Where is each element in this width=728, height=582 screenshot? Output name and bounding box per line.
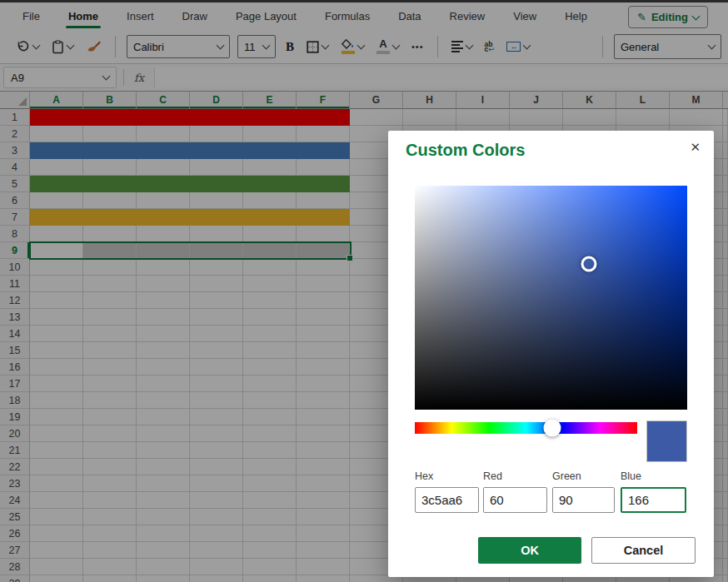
hex-input[interactable] — [415, 487, 479, 513]
blue-input[interactable] — [621, 487, 686, 513]
hue-slider-thumb[interactable] — [544, 420, 561, 437]
blue-label: Blue — [621, 470, 641, 482]
ok-button[interactable]: OK — [478, 537, 581, 564]
color-picker-pointer[interactable] — [581, 256, 597, 272]
custom-colors-dialog: Custom Colors ✕ Hex Red Green Blue OK Ca… — [388, 131, 714, 577]
close-button[interactable]: ✕ — [686, 137, 704, 157]
hex-label: Hex — [415, 470, 433, 482]
red-input[interactable] — [483, 487, 547, 513]
green-input[interactable] — [552, 487, 615, 513]
saturation-value-picker[interactable] — [415, 186, 687, 410]
red-label: Red — [483, 470, 502, 482]
color-preview-swatch — [646, 420, 687, 462]
green-label: Green — [552, 470, 581, 482]
hue-slider[interactable] — [415, 422, 637, 434]
close-icon: ✕ — [690, 140, 701, 154]
excel-window: File Home Insert Draw Page Layout Formul… — [0, 0, 728, 582]
dialog-title: Custom Colors — [406, 141, 525, 160]
cancel-button[interactable]: Cancel — [591, 537, 696, 564]
